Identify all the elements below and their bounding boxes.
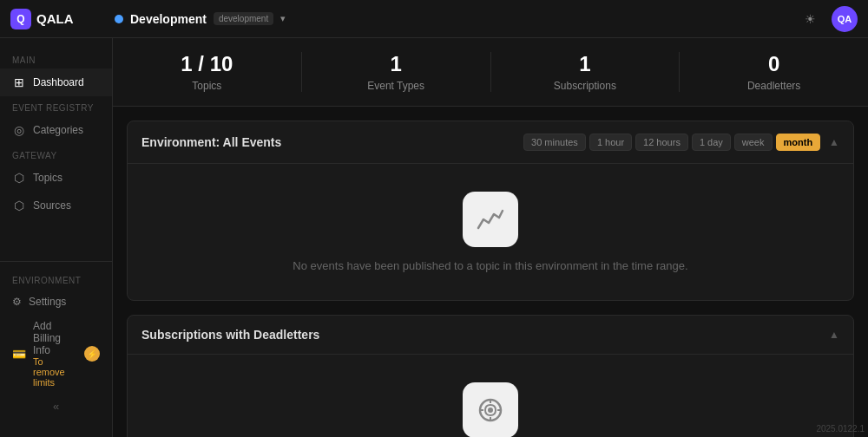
- svg-point-1: [488, 408, 493, 413]
- sidebar-label-topics: Topics: [33, 172, 62, 184]
- filter-1day[interactable]: 1 day: [692, 134, 731, 151]
- all-events-title: Environment: All Events: [141, 135, 281, 149]
- sidebar-item-categories[interactable]: ◎ Categories: [0, 116, 112, 144]
- deadletters-header: Subscriptions with Deadletters ▲: [128, 316, 853, 355]
- stat-topics: 1 / 10 Topics: [113, 52, 302, 92]
- collapse-sidebar-button[interactable]: «: [0, 393, 112, 420]
- all-events-empty-icon: [463, 192, 518, 247]
- stat-event-types: 1 Event Types: [302, 52, 491, 92]
- deadletters-empty-state: Great! You have no Subscriptions with de…: [128, 355, 853, 437]
- sidebar-label-sources: Sources: [33, 199, 71, 212]
- billing-info: Add Billing Info To remove limits: [33, 320, 77, 388]
- deadletters-empty-icon: [463, 382, 518, 437]
- chevron-down-icon: ▾: [280, 13, 286, 24]
- settings-icon: ⚙: [12, 296, 22, 308]
- stat-deadletters-value: 0: [768, 52, 779, 76]
- all-events-section: Environment: All Events 30 minutes 1 hou…: [127, 121, 854, 301]
- sidebar-item-billing[interactable]: 💳 Add Billing Info To remove limits ⚡: [0, 315, 112, 393]
- billing-text: Add Billing Info: [33, 320, 77, 356]
- topics-icon: ⬡: [12, 171, 26, 185]
- sidebar-item-topics[interactable]: ⬡ Topics: [0, 164, 112, 192]
- filter-30min[interactable]: 30 minutes: [523, 134, 586, 151]
- all-events-empty-text: No events have been published to a topic…: [293, 259, 687, 272]
- stat-deadletters: 0 Deadletters: [680, 52, 868, 92]
- categories-icon: ◎: [12, 123, 26, 137]
- logo-icon: Q: [10, 9, 31, 29]
- stat-subscriptions-value: 1: [579, 52, 590, 76]
- sources-icon: ⬡: [12, 199, 26, 212]
- sidebar-section-gateway: Gateway: [0, 144, 112, 164]
- logo: Q QALA: [10, 9, 115, 29]
- env-badge: development: [214, 12, 273, 25]
- topbar: Q QALA Development development ▾ ☀ QA: [0, 0, 868, 38]
- env-status-dot: [115, 15, 123, 23]
- deadletters-collapse-icon[interactable]: ▲: [829, 329, 839, 341]
- sidebar-section-main: Main: [0, 49, 112, 68]
- all-events-empty-state: No events have been published to a topic…: [128, 164, 853, 300]
- time-filters: 30 minutes 1 hour 12 hours 1 day week mo…: [523, 134, 820, 151]
- billing-icon: 💳: [12, 348, 26, 361]
- topbar-actions: ☀ QA: [797, 6, 858, 32]
- dashboard-icon: ⊞: [12, 75, 26, 89]
- sidebar-label-settings: Settings: [29, 296, 66, 308]
- sidebar-label-dashboard: Dashboard: [33, 76, 84, 88]
- deadletters-title: Subscriptions with Deadletters: [141, 328, 319, 342]
- avatar[interactable]: QA: [832, 6, 858, 32]
- theme-toggle-button[interactable]: ☀: [797, 6, 823, 32]
- sidebar-item-settings[interactable]: ⚙ Settings: [0, 289, 112, 315]
- subscriptions-icon: [475, 395, 506, 426]
- chart-icon: [475, 204, 506, 235]
- filter-month[interactable]: month: [776, 134, 821, 151]
- stats-bar: 1 / 10 Topics 1 Event Types 1 Subscripti…: [113, 38, 868, 107]
- sidebar-section-event-registry: Event Registry: [0, 96, 112, 116]
- stat-topics-value: 1 / 10: [181, 52, 233, 76]
- all-events-collapse-icon[interactable]: ▲: [829, 136, 839, 148]
- sidebar-bottom: Environment ⚙ Settings 💳 Add Billing Inf…: [0, 261, 112, 427]
- env-name: Development: [130, 12, 207, 26]
- stat-topics-label: Topics: [192, 80, 221, 92]
- stat-subscriptions: 1 Subscriptions: [491, 52, 681, 92]
- stat-event-types-value: 1: [390, 52, 401, 76]
- deadletters-section: Subscriptions with Deadletters ▲ Great!: [127, 315, 854, 437]
- stat-event-types-label: Event Types: [367, 80, 424, 92]
- app-body: Main ⊞ Dashboard Event Registry ◎ Catego…: [0, 38, 868, 437]
- lightning-icon: ⚡: [84, 346, 100, 362]
- filter-week[interactable]: week: [734, 134, 773, 151]
- sidebar-label-categories: Categories: [33, 124, 83, 136]
- stat-deadletters-label: Deadletters: [747, 80, 800, 92]
- sidebar-section-environment: Environment: [0, 269, 112, 289]
- all-events-header: Environment: All Events 30 minutes 1 hou…: [128, 121, 853, 164]
- filter-12hours[interactable]: 12 hours: [635, 134, 688, 151]
- filter-1hour[interactable]: 1 hour: [589, 134, 632, 151]
- version-badge: 2025.0122.1: [816, 424, 865, 434]
- main-content: 1 / 10 Topics 1 Event Types 1 Subscripti…: [113, 38, 868, 437]
- sidebar-item-dashboard[interactable]: ⊞ Dashboard: [0, 68, 112, 96]
- env-selector[interactable]: Development development ▾: [115, 12, 797, 26]
- sidebar: Main ⊞ Dashboard Event Registry ◎ Catego…: [0, 38, 113, 437]
- collapse-icon: «: [53, 400, 59, 413]
- billing-sub: To remove limits: [33, 356, 77, 388]
- sidebar-item-sources[interactable]: ⬡ Sources: [0, 192, 112, 219]
- stat-subscriptions-label: Subscriptions: [554, 80, 616, 92]
- logo-text: QALA: [36, 11, 74, 26]
